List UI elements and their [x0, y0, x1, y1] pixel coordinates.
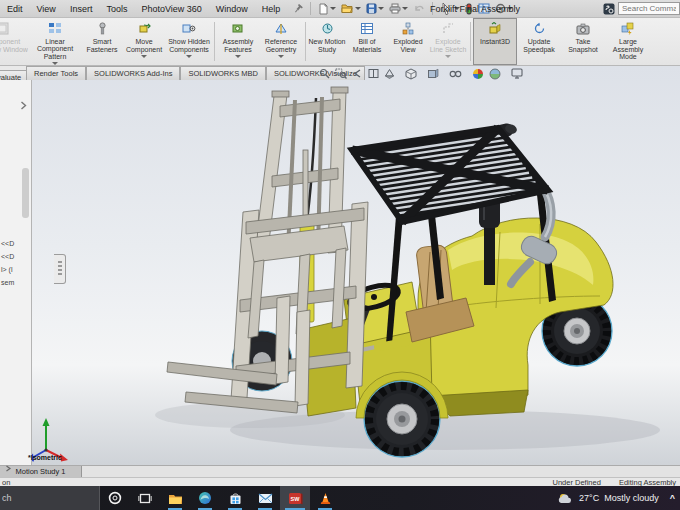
ribbon-button-reference-geometry[interactable]: Reference Geometry: [259, 18, 303, 65]
ribbon-button-label: Reference Geometry: [259, 38, 303, 53]
pin-icon[interactable]: [291, 3, 305, 15]
ribbon-button-exploded-view[interactable]: Exploded View: [388, 18, 428, 65]
mail-button[interactable]: [250, 486, 280, 510]
menu-edit[interactable]: Edit: [0, 0, 30, 18]
save-icon[interactable]: [364, 2, 386, 15]
tab-solidworks-mbd[interactable]: SOLIDWORKS MBD: [180, 66, 266, 80]
ribbon-button-component-preview-window[interactable]: Component Preview Window: [0, 18, 28, 65]
weather-icon: [558, 492, 574, 505]
large-assembly-mode-icon: [621, 21, 635, 36]
edit-appearance-icon[interactable]: [471, 68, 485, 80]
forklift-model: [30, 66, 680, 465]
edge-button[interactable]: [190, 486, 220, 510]
exploded-view-icon: [401, 21, 415, 36]
ribbon-button-label: Large Assembly Mode: [605, 38, 651, 61]
ribbon-clip: Component Preview Window: [0, 18, 28, 65]
feature-tree-item[interactable]: sem: [1, 279, 14, 286]
take-snapshot-icon: [576, 21, 590, 36]
file-explorer-button[interactable]: [160, 486, 190, 510]
apply-scene-icon[interactable]: [488, 68, 507, 80]
search-commands: [603, 2, 680, 15]
previous-view-icon[interactable]: [351, 68, 364, 79]
panel-splitter-handle[interactable]: [54, 254, 66, 284]
ribbon-button-label: Update Speedpak: [517, 38, 561, 53]
ribbon-button-bill-of-materials[interactable]: Bill of Materials: [346, 18, 388, 65]
ribbon-button-label: Assembly Features: [217, 38, 259, 53]
print-icon[interactable]: [387, 2, 410, 15]
open-document-icon[interactable]: [339, 2, 363, 15]
ribbon-button-linear-component-pattern[interactable]: Linear Component Pattern: [28, 18, 82, 65]
ribbon-button-explode-line-sketch[interactable]: Explode Line Sketch: [428, 18, 468, 65]
front-left-wheel[interactable]: [364, 381, 440, 457]
menu-photoview-360[interactable]: PhotoView 360: [134, 0, 208, 18]
graphics-viewport[interactable]: [30, 66, 680, 465]
assembly-features-icon: [231, 21, 245, 36]
vlc-button[interactable]: [310, 486, 340, 510]
reference-geometry-icon: [274, 21, 288, 36]
ribbon-button-smart-fasteners[interactable]: Smart Fasteners: [82, 18, 122, 65]
weather-temp[interactable]: 27°C: [579, 493, 599, 503]
zoom-to-fit-icon[interactable]: [318, 68, 331, 79]
ribbon-button-assembly-features[interactable]: Assembly Features: [217, 18, 259, 65]
solidworks-search-icon: [603, 3, 615, 15]
ribbon-button-show-hidden-components[interactable]: Show Hidden Components: [166, 18, 212, 65]
cortana-button[interactable]: [100, 486, 130, 510]
ribbon-button-instant3d[interactable]: Instant3D: [473, 18, 517, 65]
feature-tree-item[interactable]: <<D: [1, 253, 14, 260]
svg-text:SW: SW: [290, 495, 300, 501]
view-orientation-label: *Isometric: [28, 454, 62, 461]
tab-evaluate[interactable]: Evaluate: [0, 70, 26, 80]
solidworks-app-icon: SW: [288, 491, 303, 506]
ribbon-button-label: Move Component: [122, 38, 166, 53]
explode-line-sketch-icon: [442, 21, 455, 36]
ribbon-button-move-component[interactable]: Move Component: [122, 18, 166, 65]
vlc-icon: [319, 492, 332, 505]
motion-manager-bar: Motion Study 1: [0, 465, 680, 477]
panel-scrollbar-thumb[interactable]: [22, 168, 29, 218]
ribbon-button-label: Exploded View: [388, 38, 428, 53]
display-style-icon[interactable]: [426, 68, 445, 80]
solidworks-taskbar-button[interactable]: SW: [280, 486, 310, 510]
search-commands-input[interactable]: [618, 2, 680, 15]
feature-manager-panel-collapsed: <<D <<D l> (l sem: [0, 80, 32, 465]
ribbon-button-take-snapshot[interactable]: Take Snapshot: [561, 18, 605, 65]
view-orientation-icon[interactable]: [404, 68, 423, 80]
motion-manager-chevron-icon[interactable]: [5, 458, 12, 476]
ribbon-button-label: Bill of Materials: [346, 38, 388, 53]
menu-insert[interactable]: Insert: [63, 0, 100, 18]
ribbon-button-large-assembly-mode[interactable]: Large Assembly Mode: [605, 18, 651, 65]
hide-show-items-icon[interactable]: [448, 69, 468, 79]
view-settings-icon[interactable]: [510, 68, 529, 79]
dropdown-caret-icon: [445, 55, 451, 58]
weather-condition[interactable]: Mostly cloudy: [604, 493, 659, 503]
ribbon-button-new-motion-study[interactable]: New Motion Study: [308, 18, 346, 65]
taskbar-tray: 27°C Mostly cloudy ^: [558, 492, 680, 505]
display-pane-icon[interactable]: [367, 68, 380, 79]
menu-window[interactable]: Window: [209, 0, 255, 18]
dropdown-caret-icon: [235, 55, 241, 58]
cortana-icon: [108, 491, 122, 505]
tab-solidworks-add-ins[interactable]: SOLIDWORKS Add-Ins: [86, 66, 180, 80]
microsoft-store-button[interactable]: [220, 486, 250, 510]
task-view-button[interactable]: [130, 486, 160, 510]
file-explorer-icon: [168, 492, 183, 505]
taskbar-search-box[interactable]: ch: [0, 486, 100, 510]
menu-help[interactable]: Help: [255, 0, 288, 18]
expand-panel-chevron-icon[interactable]: [20, 96, 27, 114]
undo-icon[interactable]: [411, 2, 427, 15]
tray-chevron[interactable]: ^: [670, 493, 675, 503]
menu-tools[interactable]: Tools: [99, 0, 134, 18]
new-document-icon[interactable]: [316, 2, 338, 16]
task-view-icon: [138, 492, 152, 505]
feature-tree-item[interactable]: l> (l: [1, 266, 12, 273]
zoom-to-area-icon[interactable]: [334, 68, 348, 79]
new-motion-study-icon: [321, 21, 334, 36]
bill-of-materials-icon: [360, 21, 374, 36]
menu-view[interactable]: View: [30, 0, 63, 18]
heads-up-view-toolbar: [318, 67, 529, 80]
ribbon-button-update-speedpak[interactable]: Update Speedpak: [517, 18, 561, 65]
dropdown-caret-icon: [141, 55, 147, 58]
feature-tree-item[interactable]: <<D: [1, 240, 14, 247]
section-view-icon[interactable]: [383, 68, 401, 79]
tab-render-tools[interactable]: Render Tools: [26, 66, 86, 80]
